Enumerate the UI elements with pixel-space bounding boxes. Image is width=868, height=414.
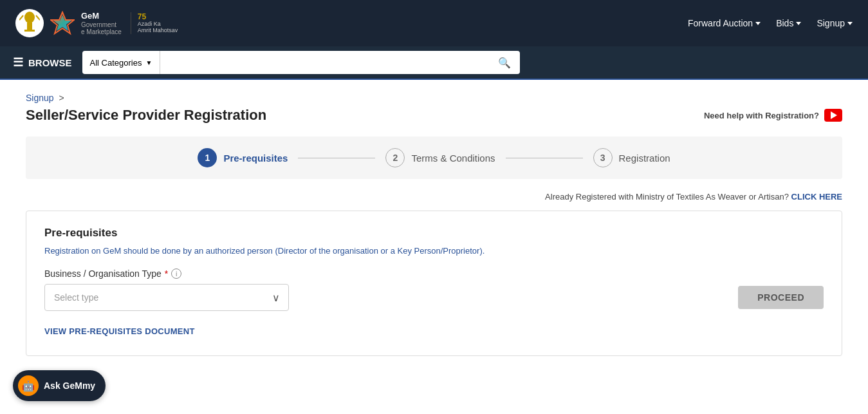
youtube-icon[interactable] <box>824 109 842 122</box>
bids-arrow-icon <box>796 22 801 25</box>
top-nav: GeM Governmente Marketplace 75 Azadi KaA… <box>0 0 868 46</box>
bids-nav[interactable]: Bids <box>776 18 801 28</box>
search-input[interactable] <box>160 51 488 74</box>
youtube-play-icon <box>831 111 837 119</box>
org-type-select[interactable]: Select type Proprietorship Partnership P… <box>44 284 289 311</box>
gem-star-logo <box>50 11 75 35</box>
forward-auction-arrow-icon <box>755 22 761 25</box>
main-content: Signup > Seller/Service Provider Registr… <box>0 80 868 414</box>
weaver-text: Already Registered with Ministry of Text… <box>545 192 789 202</box>
svg-line-3 <box>19 15 23 20</box>
browse-button[interactable]: ☰ BROWSE <box>13 55 72 70</box>
step-3-number: 3 <box>593 148 613 167</box>
form-actions-row: Select type Proprietorship Partnership P… <box>44 284 824 311</box>
hamburger-icon: ☰ <box>13 55 23 70</box>
steps-bar: 1 Pre-requisites 2 Terms & Conditions 3 … <box>26 136 842 179</box>
breadcrumb: Signup > <box>26 93 842 103</box>
svg-line-4 <box>36 15 40 20</box>
weaver-click-here-link[interactable]: CLICK HERE <box>791 192 842 202</box>
india-emblem <box>15 9 44 37</box>
gem-text-logo: GeM Governmente Marketplace <box>81 11 122 35</box>
logo-area: GeM Governmente Marketplace 75 Azadi KaA… <box>15 9 178 37</box>
step-line-2 <box>506 158 583 158</box>
step-2: 2 Terms & Conditions <box>385 148 495 167</box>
step-2-label: Terms & Conditions <box>411 153 495 164</box>
breadcrumb-separator: > <box>59 93 64 103</box>
svg-rect-1 <box>27 23 32 30</box>
page-title: Seller/Service Provider Registration <box>26 107 266 124</box>
signup-arrow-icon <box>847 22 853 25</box>
azadi-logo: 75 Azadi KaAmrit Mahotsav <box>131 12 178 34</box>
field-label-org-type: Business / Organisation Type * i <box>44 268 824 279</box>
proceed-button[interactable]: PROCEED <box>738 286 824 309</box>
search-bar: All Categories ▼ 🔍 <box>82 51 520 74</box>
gem-subtitle: Governmente Marketplace <box>81 21 122 35</box>
step-3: 3 Registration <box>593 148 670 167</box>
signup-nav[interactable]: Signup <box>817 18 853 28</box>
step-2-number: 2 <box>385 148 405 167</box>
section-title: Pre-requisites <box>44 227 824 240</box>
step-3-label: Registration <box>619 153 670 164</box>
svg-point-0 <box>24 12 35 23</box>
step-line-1 <box>298 158 375 158</box>
top-nav-right: Forward Auction Bids Signup <box>688 18 853 28</box>
chat-widget[interactable]: 🤖 Ask GeMmy <box>13 370 106 401</box>
search-icon: 🔍 <box>498 57 511 69</box>
forward-auction-nav[interactable]: Forward Auction <box>688 18 761 28</box>
info-icon[interactable]: i <box>171 268 181 279</box>
step-1-label: Pre-requisites <box>223 153 288 164</box>
weaver-notice: Already Registered with Ministry of Text… <box>26 192 842 202</box>
org-type-select-wrapper: Select type Proprietorship Partnership P… <box>44 284 289 311</box>
search-button[interactable]: 🔍 <box>489 51 520 74</box>
category-chevron-icon: ▼ <box>145 59 152 66</box>
step-1: 1 Pre-requisites <box>198 148 288 167</box>
form-section: Pre-requisites Registration on GeM shoul… <box>26 211 842 356</box>
help-text-label: Need help with Registration? <box>704 111 819 120</box>
category-dropdown[interactable]: All Categories ▼ <box>82 51 161 74</box>
view-doc-link[interactable]: VIEW PRE-REQUISITES DOCUMENT <box>44 326 195 336</box>
page-title-row: Seller/Service Provider Registration Nee… <box>26 107 842 124</box>
chat-label: Ask GeMmy <box>44 381 95 391</box>
breadcrumb-signup-link[interactable]: Signup <box>26 93 54 103</box>
secondary-nav: ☰ BROWSE All Categories ▼ 🔍 <box>0 46 868 80</box>
help-area: Need help with Registration? <box>704 109 842 122</box>
svg-rect-2 <box>24 30 35 32</box>
required-marker: * <box>165 268 168 279</box>
chat-avatar: 🤖 <box>18 375 39 396</box>
step-1-number: 1 <box>198 148 217 167</box>
gem-title: GeM <box>81 11 122 21</box>
section-description: Registration on GeM should be done by an… <box>44 246 824 256</box>
